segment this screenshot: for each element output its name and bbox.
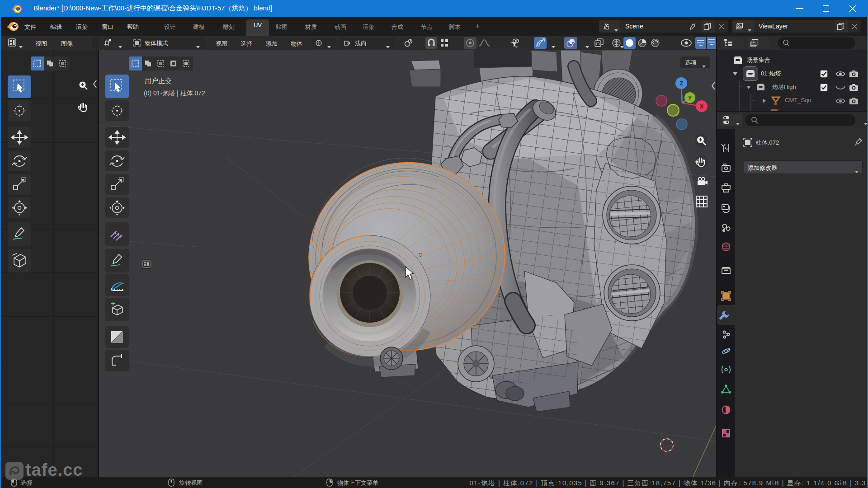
svg-text:Y: Y [688, 94, 692, 101]
svg-text:X: X [700, 103, 704, 110]
svg-text:Z: Z [679, 80, 683, 87]
